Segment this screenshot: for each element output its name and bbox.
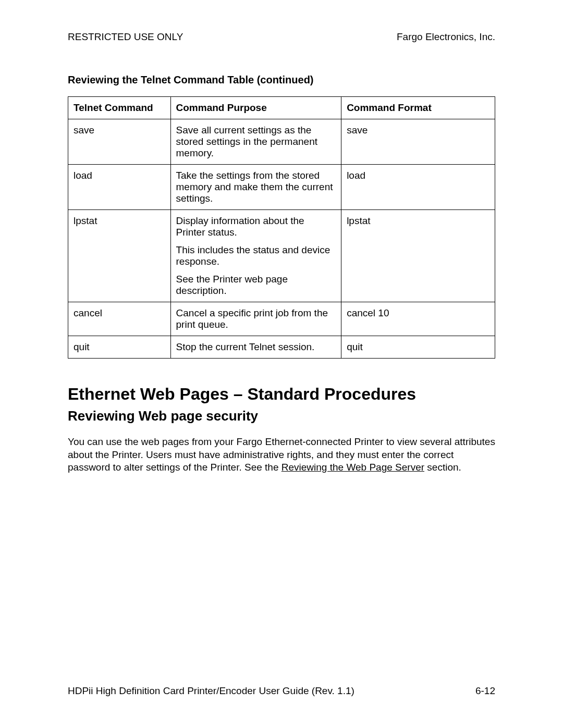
cell-format: cancel 10: [341, 302, 495, 336]
cell-purpose: Save all current settings as the stored …: [170, 119, 341, 165]
table-header-row: Telnet Command Command Purpose Command F…: [68, 97, 495, 119]
col-header-format: Command Format: [341, 97, 495, 119]
cell-format: load: [341, 165, 495, 210]
table-row: saveSave all current settings as the sto…: [68, 119, 495, 165]
table-row: quitStop the current Telnet session.quit: [68, 336, 495, 359]
cell-purpose: Display information about the Printer st…: [170, 210, 341, 302]
cell-command: quit: [68, 336, 171, 359]
cell-format: lpstat: [341, 210, 495, 302]
section-title: Reviewing the Telnet Command Table (cont…: [68, 74, 495, 86]
cell-format: quit: [341, 336, 495, 359]
table-row: loadTake the settings from the stored me…: [68, 165, 495, 210]
header-right: Fargo Electronics, Inc.: [397, 31, 495, 43]
cell-command: save: [68, 119, 171, 165]
sub-heading: Reviewing Web page security: [68, 408, 495, 424]
cell-purpose: Cancel a specific print job from the pri…: [170, 302, 341, 336]
table-body: saveSave all current settings as the sto…: [68, 119, 495, 359]
purpose-paragraph: This includes the status and device resp…: [176, 244, 336, 267]
purpose-paragraph: Display information about the Printer st…: [176, 215, 336, 238]
cell-command: lpstat: [68, 210, 171, 302]
col-header-purpose: Command Purpose: [170, 97, 341, 119]
document-page: RESTRICTED USE ONLY Fargo Electronics, I…: [0, 0, 563, 728]
purpose-paragraph: Save all current settings as the stored …: [176, 125, 336, 159]
cell-format: save: [341, 119, 495, 165]
body-link: Reviewing the Web Page Server: [282, 462, 424, 473]
table-row: lpstatDisplay information about the Prin…: [68, 210, 495, 302]
purpose-paragraph: See the Printer web page description.: [176, 274, 336, 297]
cell-command: cancel: [68, 302, 171, 336]
purpose-paragraph: Cancel a specific print job from the pri…: [176, 307, 336, 330]
page-header: RESTRICTED USE ONLY Fargo Electronics, I…: [68, 31, 495, 43]
header-left: RESTRICTED USE ONLY: [68, 31, 183, 43]
main-heading: Ethernet Web Pages – Standard Procedures: [68, 385, 495, 404]
cell-purpose: Take the settings from the stored memory…: [170, 165, 341, 210]
col-header-command: Telnet Command: [68, 97, 171, 119]
purpose-paragraph: Stop the current Telnet session.: [176, 341, 336, 353]
table-row: cancelCancel a specific print job from t…: [68, 302, 495, 336]
cell-purpose: Stop the current Telnet session.: [170, 336, 341, 359]
purpose-paragraph: Take the settings from the stored memory…: [176, 170, 336, 204]
footer-left: HDPii High Definition Card Printer/Encod…: [68, 685, 354, 697]
cell-command: load: [68, 165, 171, 210]
body-text-post: section.: [424, 462, 461, 473]
page-footer: HDPii High Definition Card Printer/Encod…: [68, 685, 495, 697]
telnet-command-table: Telnet Command Command Purpose Command F…: [68, 96, 495, 359]
footer-right: 6-12: [475, 685, 495, 697]
body-text: You can use the web pages from your Farg…: [68, 436, 495, 474]
